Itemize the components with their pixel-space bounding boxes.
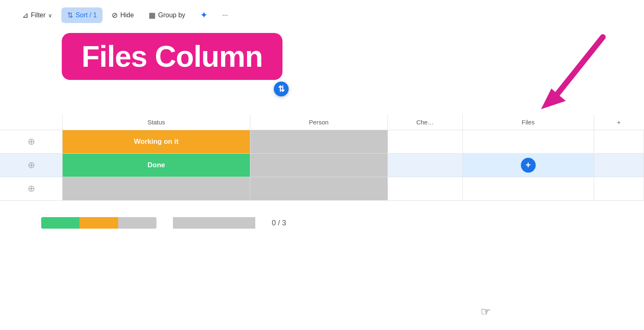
sort-label: Sort / 1	[76, 12, 97, 19]
check-cell[interactable]	[387, 130, 462, 154]
col-header-rowicon	[0, 115, 63, 130]
files-cell[interactable]	[462, 130, 594, 154]
status-badge-working[interactable]: Working on it	[63, 130, 250, 153]
summary-count: 0 / 3	[272, 219, 305, 227]
summary-row: 0 / 3	[41, 217, 305, 229]
more-label: ···	[222, 12, 228, 19]
footer-area: 0 / 3	[0, 217, 644, 229]
progress-green-segment	[41, 217, 79, 229]
data-table: Status Person Che… Files + ⊕ Working on …	[0, 115, 644, 201]
filter-icon: ⊿	[22, 11, 28, 20]
table-row: ⊕ Working on it	[0, 130, 644, 154]
more-button[interactable]: ···	[217, 8, 233, 22]
col-header-check[interactable]: Che…	[387, 115, 462, 130]
col-header-status[interactable]: Status	[63, 115, 250, 130]
row-icon-cell-2: ⊕	[0, 154, 63, 177]
comment-icon: ⊕	[28, 136, 35, 147]
svg-marker-1	[541, 89, 566, 109]
status-badge-done[interactable]: Done	[63, 154, 250, 177]
group-by-label: Group by	[158, 12, 185, 19]
row-icon-cell: ⊕	[0, 130, 63, 154]
files-add-plus-icon[interactable]: +	[521, 158, 536, 173]
filter-label: Filter	[31, 12, 46, 19]
progress-gray-segment	[118, 217, 156, 229]
table-row: ⊕	[0, 177, 644, 201]
status-cell-empty[interactable]	[63, 177, 250, 201]
files-cell-3[interactable]	[462, 177, 594, 201]
sort-circle-arrow: ⇅	[278, 84, 285, 94]
table-row: ⊕ Done +	[0, 154, 644, 177]
person-cell-inner-2	[250, 154, 387, 177]
status-cell[interactable]: Working on it	[63, 130, 250, 154]
person-cell-inner	[250, 130, 387, 153]
hide-label: Hide	[120, 12, 134, 19]
arrow-annotation	[529, 29, 619, 119]
add-cell-3	[594, 177, 644, 201]
progress-orange-segment	[79, 217, 118, 229]
comment-icon-3: ⊕	[28, 183, 35, 194]
hide-button[interactable]: ⊘ Hide	[106, 7, 140, 23]
sort-button[interactable]: ⇅ Sort / 1	[61, 7, 103, 23]
files-column-annotation: Files Column	[62, 33, 282, 80]
col-header-person[interactable]: Person	[250, 115, 387, 130]
add-cell	[594, 130, 644, 154]
ai-icon: ✦	[200, 10, 208, 21]
files-cell-2[interactable]: +	[462, 154, 594, 177]
check-cell-3[interactable]	[387, 177, 462, 201]
hide-icon: ⊘	[112, 11, 118, 20]
comment-icon-2: ⊕	[28, 160, 35, 170]
filter-chevron-icon: ∨	[48, 12, 52, 19]
files-add-button[interactable]: +	[463, 154, 594, 177]
status-cell-done[interactable]: Done	[63, 154, 250, 177]
person-cell-2[interactable]	[250, 154, 387, 177]
sort-indicator: ⇅	[274, 82, 289, 96]
svg-line-0	[553, 37, 603, 99]
sort-icon: ⇅	[67, 11, 73, 20]
sort-circle-icon: ⇅	[274, 82, 289, 96]
person-cell[interactable]	[250, 130, 387, 154]
cursor-pointer-icon: ☞	[481, 305, 491, 318]
data-table-wrapper: Status Person Che… Files + ⊕ Working on …	[0, 115, 644, 201]
person-cell-3[interactable]	[250, 177, 387, 201]
table-header-row: Status Person Che… Files +	[0, 115, 644, 130]
row-icon-cell-3: ⊕	[0, 177, 63, 201]
toolbar: ⊿ Filter ∨ ⇅ Sort / 1 ⊘ Hide ▦ Group by …	[0, 0, 644, 29]
person-cell-inner-3	[250, 177, 387, 200]
annotation-area: Files Column	[0, 29, 644, 111]
col-header-files[interactable]: Files	[462, 115, 594, 130]
group-by-button[interactable]: ▦ Group by	[143, 7, 191, 23]
progress-bar	[41, 217, 156, 229]
group-by-icon: ▦	[149, 11, 156, 20]
add-cell-2	[594, 154, 644, 177]
summary-person-bar	[173, 217, 255, 229]
ai-button[interactable]: ✦	[194, 7, 213, 24]
filter-button[interactable]: ⊿ Filter ∨	[16, 7, 58, 23]
col-header-add[interactable]: +	[594, 115, 644, 130]
check-cell-2[interactable]	[387, 154, 462, 177]
